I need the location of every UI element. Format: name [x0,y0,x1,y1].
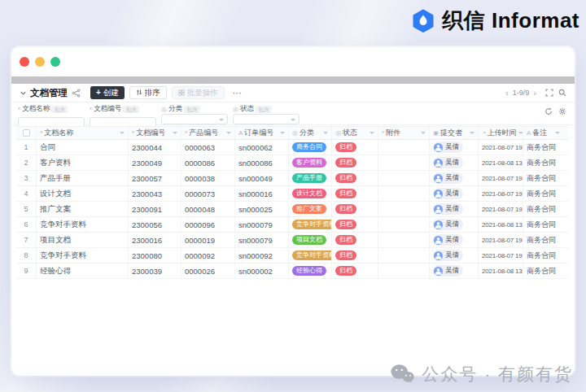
column-header[interactable]: ◔ 上传时间 [479,127,523,139]
maximize-window-button[interactable] [50,57,60,67]
column-type-icon: ◎ [292,129,298,137]
avatar [434,159,443,168]
select-all-checkbox[interactable] [23,129,30,137]
refresh-icon[interactable] [544,107,553,115]
column-menu-caret[interactable] [370,132,374,134]
status-filter-select[interactable] [233,114,300,124]
plus-icon: + [96,89,101,97]
column-header[interactable]: A 订单编号 [235,127,289,139]
avatar [434,220,443,229]
column-header[interactable]: * 文档名称 [37,127,129,139]
table-row[interactable]: 5 推广文案 2300091 0000048 sn000025 推广文案 归档 … [16,202,568,217]
category-badge: 项目文档 [292,235,326,245]
column-header[interactable]: * 文档编号 [129,127,181,139]
filter-doc-name: * 文档名称 包含 [18,105,85,128]
column-menu-caret[interactable] [280,132,285,134]
text-field-icon: * [90,106,92,113]
close-window-button[interactable] [20,57,29,67]
column-header[interactable]: A 备注 [523,127,563,139]
column-header[interactable]: * 产品编号 [181,127,235,139]
category-filter-select[interactable] [161,114,228,124]
sort-button[interactable]: 排序 [129,86,167,99]
minimize-window-button[interactable] [35,57,45,67]
cell-upload-time: 2021-08-07 19:26:39 [479,171,523,185]
filter-label: 文档名称 [22,104,50,114]
submitter-chip: 吴倩 [433,234,463,246]
cell-upload-time: 2021-08-07 19:28:02 [479,233,523,247]
table-body: 1 合同 2300044 0000063 sn000062 商务合同 归档 吴倩… [16,140,568,279]
row-index: 3 [24,174,28,182]
column-label: 产品编号 [189,128,218,138]
brand-name: 织信 Informat [442,7,579,35]
column-menu-caret[interactable] [470,132,474,134]
avatar [434,205,443,214]
chevron-down-icon [219,119,224,121]
column-header[interactable]: ◎ 状态 [332,127,378,139]
column-label: 上传时间 [488,128,517,138]
column-label: 分类 [300,128,314,138]
batch-actions-button[interactable]: 批量操作 [172,86,225,99]
column-type-icon: * [382,129,384,137]
search-icon[interactable] [558,89,566,97]
next-page-arrow[interactable]: › [533,89,536,98]
filter-operator-tag: 包含 [184,106,200,113]
cell-attachment [378,202,430,216]
row-index: 7 [24,236,28,244]
row-index: 2 [24,159,28,167]
column-menu-caret[interactable] [518,132,523,134]
submitter-chip: 吴倩 [433,188,463,199]
select-field-icon: ◎ [161,106,167,113]
column-menu-caret[interactable] [120,132,125,134]
table-row[interactable]: 6 竞争对手资料 2300056 0000096 sn000079 竞争对手资料… [16,217,568,233]
filter-operator-tag: 包含 [123,106,139,113]
chevron-down-icon[interactable] [20,89,27,97]
column-menu-caret[interactable] [323,132,328,134]
cell-doc-name: 产品手册 [37,171,129,185]
category-badge: 经验心得 [292,266,326,276]
table-row[interactable]: 4 设计文档 2300043 0000073 sn000016 设计文档 归档 … [16,186,568,202]
cell-remark: 商务合同 [523,264,563,278]
gear-icon[interactable] [558,107,566,115]
filter-label: 状态 [240,104,254,114]
chevron-down-icon [291,119,295,121]
cell-attachment [378,217,430,232]
column-menu-caret[interactable] [226,132,231,134]
share-icon[interactable] [72,89,81,98]
column-menu-caret[interactable] [555,132,560,134]
table-row[interactable]: 7 项目文档 2300016 0000019 sn000079 项目文档 归档 … [16,233,568,248]
category-badge: 设计文档 [292,189,326,198]
column-header[interactable]: ◎ 分类 [289,127,332,139]
table-row[interactable]: 3 产品手册 2300057 0000038 sn000049 产品手册 归档 … [16,171,568,186]
column-header[interactable]: * 附件 [378,127,430,139]
row-index: 6 [24,220,28,229]
submitter-chip: 吴倩 [433,250,463,261]
cell-order-no: sn000002 [235,264,289,278]
cell-attachment [378,140,430,155]
table-row[interactable]: 9 经验心得 2300039 0000026 sn000002 经验心得 归档 … [16,264,568,279]
row-index: 9 [24,267,28,275]
status-badge: 归档 [335,235,356,245]
text-field-icon: * [18,106,20,113]
address-bar-strip [11,76,575,84]
submitter-chip: 吴倩 [433,172,463,184]
column-menu-caret[interactable] [421,132,426,134]
column-header[interactable]: ◉ 提交者 [430,127,479,139]
fullscreen-icon[interactable] [545,89,553,97]
create-button[interactable]: + 创建 [90,86,125,99]
submitter-name: 吴倩 [445,250,459,260]
table-row[interactable]: 2 客户资料 2300049 0000086 sn000086 客户资料 归档 … [16,155,568,171]
status-badge: 归档 [335,189,356,198]
more-actions-button[interactable]: ⋯ [233,88,242,98]
cell-order-no: sn000049 [235,171,289,185]
cell-order-no: sn000092 [235,248,289,263]
prev-page-arrow[interactable]: ‹ [505,89,509,98]
table-row[interactable]: 8 竞争对手资料 2300080 0000092 sn000092 竞争对手资料… [16,248,568,264]
cell-doc-name: 客户资料 [37,155,129,170]
filter-bar: * 文档名称 包含 * 文档编号 包含 ◎ 分类 包含 ◎ 状态 包含 [11,103,575,125]
filter-operator-tag: 包含 [256,106,272,113]
submitter-name: 吴倩 [445,204,459,214]
cell-attachment [378,248,430,263]
status-badge: 归档 [335,220,356,229]
table-row[interactable]: 1 合同 2300044 0000063 sn000062 商务合同 归档 吴倩… [16,140,568,155]
column-menu-caret[interactable] [173,132,177,134]
